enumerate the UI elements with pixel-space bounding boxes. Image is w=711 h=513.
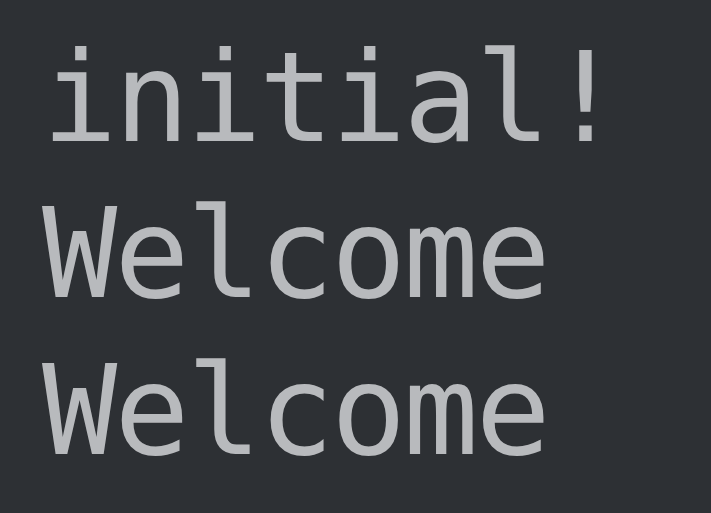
terminal-line: Welcome	[42, 333, 711, 489]
terminal-line: Welcome	[42, 176, 711, 332]
terminal-line: initial!	[42, 20, 711, 176]
terminal-output: initial! Welcome Welcome	[42, 20, 711, 489]
